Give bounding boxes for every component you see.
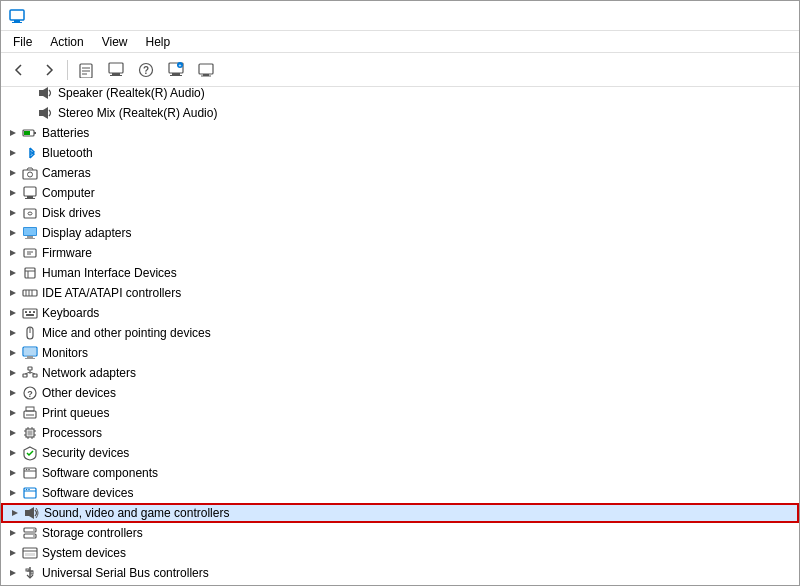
svg-text:?: ?: [143, 65, 149, 76]
item-label-ide: IDE ATA/ATAPI controllers: [42, 286, 181, 300]
svg-rect-73: [23, 374, 27, 377]
expand-icon-batteries[interactable]: [5, 125, 21, 141]
menu-view[interactable]: View: [94, 33, 136, 51]
svg-marker-52: [10, 290, 16, 296]
tree-item-stereomix[interactable]: Stereo Mix (Realtek(R) Audio): [1, 103, 799, 123]
expand-icon-mice[interactable]: [5, 325, 21, 341]
toolbar: ? +: [1, 53, 799, 87]
expand-icon-storagecontrollers[interactable]: [5, 525, 21, 541]
expand-icon-keyboards[interactable]: [5, 305, 21, 321]
minimize-button[interactable]: [697, 6, 727, 26]
properties-button[interactable]: [72, 57, 100, 83]
tree-item-computer[interactable]: Computer: [1, 183, 799, 203]
expand-icon-displayadapters[interactable]: [5, 225, 21, 241]
expand-icon-securitydevices[interactable]: [5, 445, 21, 461]
item-label-mice: Mice and other pointing devices: [42, 326, 211, 340]
svg-point-114: [33, 535, 35, 537]
svg-point-105: [26, 489, 28, 491]
expand-icon-printqueues[interactable]: [5, 405, 21, 421]
tree-item-storagecontrollers[interactable]: Storage controllers: [1, 523, 799, 543]
expand-icon-systemdevices[interactable]: [5, 545, 21, 561]
svg-marker-29: [10, 170, 16, 176]
tree-item-networkadapters[interactable]: Network adapters: [1, 363, 799, 383]
expand-icon-diskdrives[interactable]: [5, 205, 21, 221]
maximize-button[interactable]: [729, 6, 759, 26]
update-driver-button[interactable]: [102, 57, 130, 83]
tree-item-bluetooth[interactable]: Bluetooth: [1, 143, 799, 163]
tree-item-cameras[interactable]: Cameras: [1, 163, 799, 183]
tree-item-systemdevices[interactable]: System devices: [1, 543, 799, 563]
tree-item-batteries[interactable]: Batteries: [1, 123, 799, 143]
toolbar-sep1: [67, 60, 68, 80]
expand-icon-otherdevices[interactable]: [5, 385, 21, 401]
tree-item-softwarecomponents[interactable]: Software components: [1, 463, 799, 483]
menu-file[interactable]: File: [5, 33, 40, 51]
svg-marker-57: [10, 310, 16, 316]
tree-item-otherdevices[interactable]: ?Other devices: [1, 383, 799, 403]
tree-item-securitydevices[interactable]: Security devices: [1, 443, 799, 463]
expand-icon-monitors[interactable]: [5, 345, 21, 361]
tree-item-hid[interactable]: Human Interface Devices: [1, 263, 799, 283]
tree-item-soundvideo[interactable]: Sound, video and game controllers: [1, 503, 799, 523]
expand-icon-speaker: [21, 87, 37, 101]
svg-marker-21: [43, 87, 48, 99]
svg-rect-58: [23, 309, 37, 318]
expand-icon-bluetooth[interactable]: [5, 145, 21, 161]
tree-item-processors[interactable]: Processors: [1, 423, 799, 443]
scan-button[interactable]: +: [162, 57, 190, 83]
forward-button[interactable]: [35, 57, 63, 83]
close-button[interactable]: [761, 6, 791, 26]
computer-icon: [21, 185, 39, 201]
tree-item-keyboards[interactable]: Keyboards: [1, 303, 799, 323]
svg-marker-44: [10, 250, 16, 256]
svg-marker-109: [29, 507, 34, 519]
tree-item-printqueues[interactable]: Print queues: [1, 403, 799, 423]
device-tree[interactable]: Speaker (Realtek(R) Audio)Stereo Mix (Re…: [1, 87, 799, 585]
menu-action[interactable]: Action: [42, 33, 91, 51]
tree-item-usb[interactable]: Universal Serial Bus controllers: [1, 563, 799, 583]
expand-icon-usb[interactable]: [5, 565, 21, 581]
expand-icon-firmware[interactable]: [5, 245, 21, 261]
svg-marker-119: [10, 570, 16, 576]
disk-icon: [21, 205, 39, 221]
svg-rect-42: [27, 236, 33, 238]
monitor-icon: [21, 345, 39, 361]
tree-item-softwaredevices[interactable]: Software devices: [1, 483, 799, 503]
expand-icon-softwaredevices[interactable]: [5, 485, 21, 501]
svg-rect-0: [10, 10, 24, 20]
svg-point-38: [28, 212, 32, 215]
tree-item-displayadapters[interactable]: Display adapters: [1, 223, 799, 243]
menu-help[interactable]: Help: [138, 33, 179, 51]
expand-icon-processors[interactable]: [5, 425, 21, 441]
svg-rect-34: [27, 196, 33, 198]
svg-point-100: [26, 469, 28, 471]
item-label-softwaredevices: Software devices: [42, 486, 133, 500]
expand-icon-softwarecomponents[interactable]: [5, 465, 21, 481]
back-button[interactable]: [5, 57, 33, 83]
camera-icon: [21, 165, 39, 181]
svg-rect-20: [39, 90, 43, 96]
tree-item-speaker[interactable]: Speaker (Realtek(R) Audio): [1, 87, 799, 103]
svg-marker-97: [10, 470, 16, 476]
tree-item-monitors[interactable]: Monitors: [1, 343, 799, 363]
tree-item-diskdrives[interactable]: Disk drives: [1, 203, 799, 223]
tree-item-mice[interactable]: Mice and other pointing devices: [1, 323, 799, 343]
expand-icon-cameras[interactable]: [5, 165, 21, 181]
expand-icon-soundvideo[interactable]: [7, 505, 23, 521]
expand-icon-ide[interactable]: [5, 285, 21, 301]
svg-rect-108: [25, 510, 29, 516]
svg-marker-107: [12, 510, 18, 516]
content-area: Speaker (Realtek(R) Audio)Stereo Mix (Re…: [1, 87, 799, 585]
tree-item-ide[interactable]: IDE ATA/ATAPI controllers: [1, 283, 799, 303]
svg-point-106: [28, 489, 30, 491]
expand-icon-hid[interactable]: [5, 265, 21, 281]
expand-icon-computer[interactable]: [5, 185, 21, 201]
expand-icon-networkadapters[interactable]: [5, 365, 21, 381]
svg-marker-96: [10, 450, 16, 456]
display-button[interactable]: [192, 57, 220, 83]
tree-item-firmware[interactable]: Firmware: [1, 243, 799, 263]
svg-rect-62: [26, 314, 34, 316]
svg-point-101: [28, 469, 30, 471]
svg-marker-66: [10, 350, 16, 356]
help-button[interactable]: ?: [132, 57, 160, 83]
